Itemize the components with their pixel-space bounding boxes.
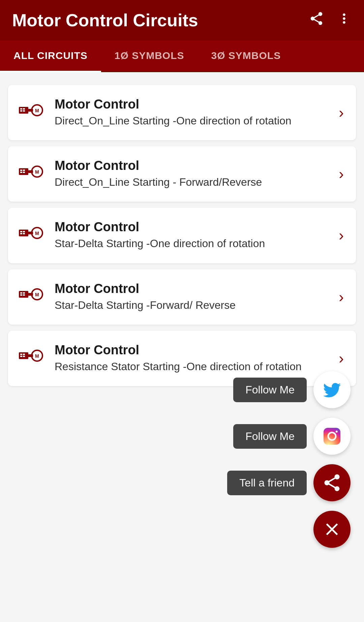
circuit-card-3[interactable]: M Motor Control Star-Delta Starting -For… [8, 269, 356, 325]
svg-point-42 [336, 431, 338, 433]
tab-all-circuits[interactable]: ALL CIRCUITS [0, 40, 101, 72]
svg-text:M: M [35, 292, 39, 297]
circuit-icon-1: M [18, 161, 45, 187]
fab-instagram-label: Follow Me [233, 424, 307, 449]
fab-close-row [313, 511, 351, 548]
svg-rect-33 [20, 354, 22, 355]
circuit-title-0: Motor Control [55, 97, 292, 112]
chevron-icon-1: › [339, 166, 344, 182]
circuit-desc-1: Direct_On_Line Starting - Forward/Revers… [55, 175, 262, 189]
svg-rect-28 [23, 294, 25, 296]
share-fab-button[interactable] [313, 464, 351, 501]
svg-rect-36 [23, 356, 25, 357]
svg-rect-11 [23, 170, 25, 171]
chevron-icon-3: › [339, 289, 344, 305]
fab-share-row: Tell a friend [227, 464, 351, 501]
circuit-title-1: Motor Control [55, 158, 262, 173]
svg-rect-10 [20, 172, 22, 173]
circuit-list: M Motor Control Direct_On_Line Starting … [0, 72, 364, 399]
svg-rect-20 [23, 233, 25, 234]
circuit-icon-2: M [18, 222, 45, 249]
chevron-icon-0: › [339, 104, 344, 121]
instagram-follow-button[interactable] [313, 418, 351, 455]
circuit-icon-4: M [18, 345, 45, 372]
fab-overlay: Follow Me Follow Me [227, 371, 351, 548]
svg-rect-19 [23, 231, 25, 232]
circuit-desc-3: Star-Delta Starting -Forward/ Reverse [55, 298, 236, 313]
svg-text:M: M [35, 169, 39, 175]
chevron-icon-2: › [339, 227, 344, 244]
svg-rect-12 [23, 172, 25, 173]
app-title: Motor Control Circuits [12, 10, 198, 30]
chevron-icon-4: › [339, 350, 344, 367]
tab-3phase-symbols[interactable]: 3Ø SYMBOLS [198, 40, 294, 71]
svg-rect-2 [20, 110, 22, 112]
svg-rect-25 [20, 292, 22, 294]
svg-rect-26 [20, 294, 22, 296]
app-header: Motor Control Circuits [0, 0, 364, 40]
fab-share-label: Tell a friend [227, 471, 307, 495]
svg-rect-17 [20, 231, 22, 232]
circuit-card-1[interactable]: M Motor Control Direct_On_Line Starting … [8, 146, 356, 202]
svg-text:M: M [35, 108, 39, 113]
fab-close-button[interactable] [313, 511, 351, 548]
svg-rect-40 [324, 428, 340, 445]
fab-instagram-row: Follow Me [233, 418, 351, 455]
svg-rect-1 [20, 108, 22, 110]
more-icon[interactable] [336, 11, 352, 30]
tab-bar: ALL CIRCUITS 1Ø SYMBOLS 3Ø SYMBOLS [0, 40, 364, 72]
svg-text:M: M [35, 353, 39, 359]
circuit-title-2: Motor Control [55, 220, 265, 234]
svg-rect-34 [20, 356, 22, 357]
svg-text:M: M [35, 231, 39, 236]
share-icon[interactable] [309, 11, 324, 30]
circuit-desc-0: Direct_On_Line Starting -One direction o… [55, 114, 292, 128]
circuit-card-2[interactable]: M Motor Control Star-Delta Starting -One… [8, 208, 356, 263]
circuit-icon-0: M [18, 99, 45, 126]
fab-twitter-label: Follow Me [233, 378, 307, 402]
fab-twitter-row: Follow Me [233, 371, 351, 408]
svg-rect-3 [23, 108, 25, 110]
twitter-follow-button[interactable] [313, 371, 351, 408]
svg-rect-18 [20, 233, 22, 234]
svg-rect-9 [20, 170, 22, 171]
svg-rect-4 [23, 110, 25, 112]
tab-1phase-symbols[interactable]: 1Ø SYMBOLS [101, 40, 198, 71]
svg-rect-27 [23, 292, 25, 294]
header-actions [309, 11, 352, 30]
circuit-card-0[interactable]: M Motor Control Direct_On_Line Starting … [8, 85, 356, 140]
circuit-title-3: Motor Control [55, 282, 236, 296]
circuit-title-4: Motor Control [55, 343, 302, 357]
circuit-icon-3: M [18, 284, 45, 310]
svg-rect-35 [23, 354, 25, 355]
circuit-desc-2: Star-Delta Starting -One direction of ro… [55, 236, 265, 251]
